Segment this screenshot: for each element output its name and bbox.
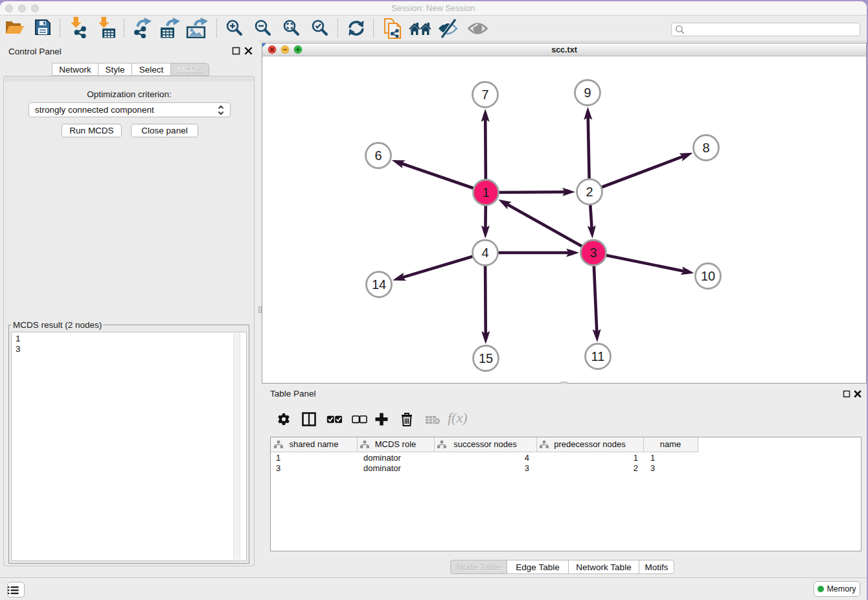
svg-text:3: 3 [589,246,597,260]
svg-text:7: 7 [481,87,488,102]
svg-text:4: 4 [481,246,488,260]
svg-text:10: 10 [701,269,715,283]
svg-text:6: 6 [374,148,382,163]
svg-text:11: 11 [591,349,605,363]
svg-text:8: 8 [702,141,709,155]
svg-text:2: 2 [586,185,593,199]
svg-text:9: 9 [584,86,591,100]
svg-text:14: 14 [372,277,386,292]
svg-text:15: 15 [479,351,493,365]
svg-text:1: 1 [482,185,489,200]
